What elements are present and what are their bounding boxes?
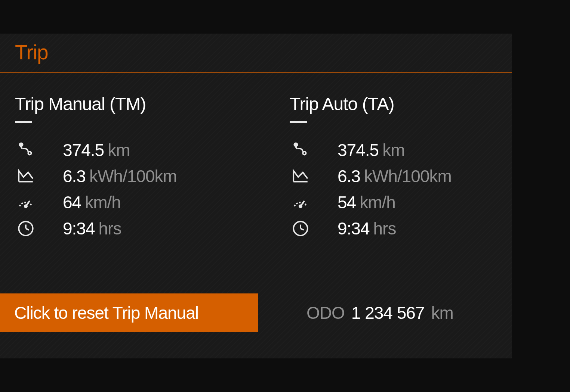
trip-auto-column: Trip Auto (TA) 374.5 km 6.3 kWh/100km [290,94,497,242]
odometer-label: ODO [306,303,345,323]
trip-manual-speed: 64 km/h [15,189,222,215]
trip-auto-distance: 374.5 km [290,137,497,163]
consumption-value: 6.3 [338,166,360,186]
svg-line-17 [301,228,304,230]
time-value: 9:34 [338,218,370,239]
speed-unit: km/h [85,192,121,212]
distance-value: 374.5 [338,140,379,160]
reset-trip-manual-button[interactable]: Click to reset Trip Manual [0,293,258,332]
trip-manual-title: Trip Manual (TM) [15,94,222,114]
distance-value: 374.5 [63,140,104,160]
svg-point-11 [303,152,306,155]
trip-auto-time: 9:34 hrs [290,215,497,242]
trip-manual-consumption: 6.3 kWh/100km [15,163,222,189]
trip-auto-title: Trip Auto (TA) [290,94,497,114]
route-icon [15,139,37,161]
consumption-unit: kWh/100km [89,166,177,186]
svg-point-3 [28,152,31,155]
trip-manual-distance: 374.5 km [15,137,222,163]
consumption-unit: kWh/100km [364,166,452,186]
speed-unit: km/h [360,192,395,212]
panel-title: Trip [15,40,48,64]
speed-value: 54 [338,192,356,212]
odometer-value: 1 234 567 [351,303,425,323]
clock-icon [290,218,311,239]
speed-icon [290,192,311,213]
panel-header: Trip [0,34,512,73]
odometer: ODO 1 234 567 km [306,303,453,323]
speed-icon [15,192,37,213]
svg-line-9 [26,228,29,230]
trip-columns: Trip Manual (TM) 374.5 km 6.3 kWh/100km [0,73,512,242]
odometer-unit: km [431,303,453,323]
time-unit: hrs [373,218,396,239]
trip-manual-time: 9:34 hrs [15,215,222,242]
panel-footer: Click to reset Trip Manual ODO 1 234 567… [0,293,512,332]
trip-auto-consumption: 6.3 kWh/100km [290,163,497,189]
trip-auto-speed: 54 km/h [290,189,497,215]
svg-point-14 [299,205,302,207]
svg-point-6 [25,205,27,207]
time-unit: hrs [99,218,121,239]
divider [290,121,307,123]
divider [15,121,32,123]
route-icon [290,139,311,161]
speed-value: 64 [63,192,81,212]
consumption-icon [290,165,311,187]
trip-panel: Trip Trip Manual (TM) 374.5 km 6.3 kWh/ [0,34,512,358]
clock-icon [15,218,37,239]
trip-manual-column: Trip Manual (TM) 374.5 km 6.3 kWh/100km [15,94,222,242]
distance-unit: km [108,140,130,160]
time-value: 9:34 [63,218,95,239]
consumption-icon [15,165,37,187]
distance-unit: km [382,140,404,160]
consumption-value: 6.3 [63,166,86,186]
